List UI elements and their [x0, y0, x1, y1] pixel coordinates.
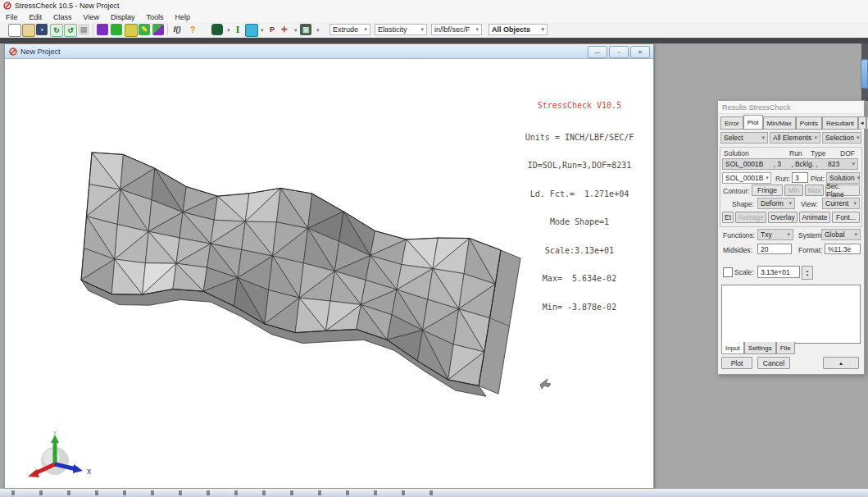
functions-combo[interactable]: Txy▾ — [757, 229, 793, 240]
menu-display[interactable]: Display — [105, 13, 141, 21]
menu-bar: File Edit Class View Display Tools Help — [0, 11, 868, 23]
chevron-down-icon: ▾ — [853, 200, 857, 207]
menu-help[interactable]: Help — [169, 13, 196, 21]
points-tool-icon[interactable]: P — [266, 24, 278, 35]
class-purple-icon[interactable] — [97, 24, 108, 35]
et-button[interactable]: Et — [722, 212, 734, 223]
dialog-title-bar[interactable]: Results StressCheck — [718, 101, 862, 114]
select-mode-combo[interactable]: Select▾ — [720, 132, 768, 144]
system-combo[interactable]: Global▾ — [821, 229, 861, 240]
select-mode-value: Select — [724, 134, 743, 142]
class-green-icon[interactable] — [111, 24, 122, 35]
function-icon[interactable]: f() — [171, 24, 183, 35]
menu-class[interactable]: Class — [48, 13, 78, 21]
run-value: 3 — [795, 174, 799, 182]
tab-input[interactable]: Input — [721, 342, 744, 354]
tab-error[interactable]: Error — [720, 116, 743, 129]
document-title: New Project — [20, 48, 61, 56]
chevron-down-icon: ▾ — [541, 26, 544, 33]
menu-tools[interactable]: Tools — [140, 13, 169, 21]
menu-file[interactable]: File — [0, 13, 24, 21]
tab-resultant[interactable]: Resultant — [822, 116, 858, 129]
background-scroll-thumb[interactable] — [861, 59, 868, 89]
new-file-icon[interactable] — [8, 24, 21, 37]
animate-button[interactable]: Animate — [799, 212, 830, 223]
results-dialog: Results StressCheck Error Plot Min/Max P… — [717, 100, 865, 375]
tab-settings[interactable]: Settings — [744, 342, 776, 354]
minimize-button[interactable]: — — [588, 46, 607, 58]
menu-view[interactable]: View — [78, 13, 105, 21]
format-input[interactable]: %11.3e — [825, 244, 861, 254]
chevron-down-icon[interactable]: ▾ — [261, 27, 264, 34]
viewport-canvas[interactable]: StressCheck V10.5 Units = INCH/LBF/SEC/F… — [6, 59, 652, 488]
tab-min-max[interactable]: Min/Max — [763, 116, 796, 129]
ibeam-tool-icon[interactable]: I — [232, 24, 243, 35]
menu-edit[interactable]: Edit — [24, 13, 48, 21]
units-combo[interactable]: in/lbf/sec/F▾ — [431, 24, 482, 35]
solid-body-tool-icon[interactable] — [211, 24, 223, 35]
view-camera-tool-icon[interactable]: ▣ — [300, 24, 311, 35]
chevron-down-icon[interactable]: ▾ — [294, 27, 298, 34]
close-button[interactable]: ✕ — [630, 46, 650, 58]
chevron-down-icon[interactable]: ▾ — [316, 27, 320, 34]
plot-button[interactable]: Plot — [721, 357, 752, 369]
sec-plane-button[interactable]: Sec. Plane — [825, 185, 860, 196]
tab-plot[interactable]: Plot — [743, 115, 763, 129]
close-icon: ✕ — [638, 49, 643, 56]
save-icon[interactable]: ▪ — [36, 24, 48, 35]
axis-triad: y x — [22, 428, 96, 486]
midsides-input[interactable]: 20 — [757, 244, 792, 254]
tab-points[interactable]: Points — [796, 116, 822, 129]
bottom-tab-strip: Input Settings File — [721, 342, 795, 354]
dialog-title: Results StressCheck — [722, 103, 791, 112]
class-mixed-icon[interactable] — [152, 24, 164, 35]
class-yellow-icon[interactable] — [125, 24, 138, 37]
run-header: Run — [789, 149, 802, 157]
shape-combo[interactable]: Deform▾ — [757, 198, 795, 209]
theory-combo[interactable]: Elasticity▾ — [375, 24, 427, 35]
edit-class-icon[interactable]: ✎ — [139, 24, 150, 35]
open-file-icon[interactable] — [22, 24, 35, 37]
objects-combo[interactable]: All Objects▾ — [489, 24, 548, 35]
scale-spinner[interactable]: ▲ ▼ — [802, 266, 813, 280]
chevron-down-icon[interactable]: ▾ — [227, 27, 230, 34]
overlay-max: Max= 5.634e-02 — [502, 274, 657, 284]
solution-combo[interactable]: SOL_0001B▾ — [722, 172, 771, 184]
minimize-icon: — — [595, 49, 601, 55]
input-list-box[interactable] — [721, 285, 861, 344]
font-button[interactable]: Font... — [832, 212, 860, 223]
tab-file[interactable]: File — [776, 342, 795, 354]
axes-tool-icon[interactable]: ✛ — [279, 24, 290, 35]
average-button: Average — [735, 212, 766, 223]
run-input[interactable]: 3 — [792, 172, 808, 183]
view-label: View: — [801, 200, 818, 208]
cancel-button[interactable]: Cancel — [757, 357, 790, 369]
fringe-button[interactable]: Fringe — [752, 185, 783, 196]
layers-tool-icon[interactable] — [245, 24, 258, 37]
tab-scroll-left-icon[interactable]: ◄ — [858, 116, 866, 129]
scale-input[interactable]: 3.13e+01 — [757, 266, 800, 278]
view-combo[interactable]: Current▾ — [822, 198, 860, 209]
title-bar: StressCheck 10.5 - New Project — [0, 0, 868, 11]
plot-combo-value: Solution — [829, 174, 855, 182]
operation-combo[interactable]: Extrude▾ — [329, 24, 370, 35]
selection-combo[interactable]: Selection▾ — [822, 132, 861, 144]
update-icon[interactable]: ↺ — [64, 24, 77, 37]
overlay-load-factor: Ld. Fct.= 1.271e+04 — [502, 189, 657, 199]
overlay-button[interactable]: Overlay — [768, 212, 798, 223]
elements-combo[interactable]: All Elements▾ — [770, 132, 820, 144]
taskbar-button-slivers — [11, 490, 438, 495]
restore-button[interactable]: ▫ — [609, 46, 629, 58]
x-axis-label: x — [87, 467, 91, 476]
scale-checkbox[interactable] — [723, 267, 733, 277]
shape-combo-value: Deform — [761, 199, 784, 207]
plot-label: Plot: — [811, 175, 825, 183]
help-key-icon[interactable]: ? — [187, 24, 198, 35]
spin-down-icon[interactable]: ▼ — [806, 273, 809, 277]
toolbar-separator — [93, 24, 93, 35]
solution-list-row[interactable]: SOL_0001B , 3 , Bcklg. , 823 ▾ — [722, 158, 858, 170]
collapse-button[interactable]: ▲ — [823, 357, 859, 369]
window-title: StressCheck 10.5 - New Project — [15, 2, 120, 10]
refresh-icon[interactable]: ↻ — [50, 24, 63, 37]
document-title-bar[interactable]: New Project — ▫ ✕ — [5, 44, 653, 59]
